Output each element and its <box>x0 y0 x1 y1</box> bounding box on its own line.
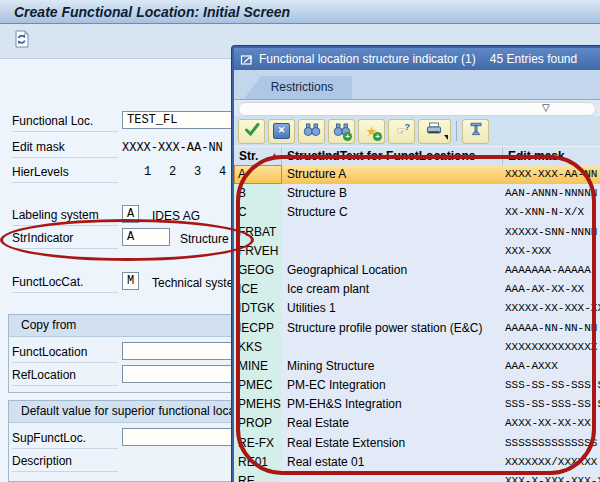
row-text[interactable]: PM-EC Integration <box>282 376 503 395</box>
row-code[interactable]: RE <box>234 472 282 482</box>
row-text[interactable]: Structure A <box>282 165 503 184</box>
sup-funct-loc-input[interactable] <box>122 428 232 446</box>
row-code[interactable]: PROP <box>234 414 282 433</box>
row-text[interactable]: Utilities 1 <box>282 299 503 318</box>
row-text[interactable] <box>282 472 503 482</box>
expand-dropdown-icon[interactable]: ▽ <box>542 100 550 115</box>
row-edit-mask[interactable]: AXXX-XX-XX-XX <box>503 414 600 433</box>
row-code[interactable]: B <box>234 184 282 203</box>
column-header-structindtext[interactable]: StructIndText for FunctLocations <box>282 147 503 165</box>
table-row[interactable]: KKSXXXXXXXXXXXXXX <box>234 338 600 357</box>
table-row[interactable]: RE-FXReal Estate ExtensionSSSSSSSSSSSSSS <box>234 434 600 453</box>
table-row[interactable]: ICEIce cream plantAAA-AX-XX-XX <box>234 280 600 299</box>
sup-funct-loc-label: SupFunctLoc. <box>12 431 118 449</box>
help-button[interactable]: ☞ ? <box>388 119 415 144</box>
str-indicator-label: StrIndicator <box>12 231 118 249</box>
description-label: Description <box>12 454 118 472</box>
row-edit-mask[interactable]: XXX-X-XXX-XXX-X <box>503 472 600 482</box>
row-edit-mask[interactable]: AAA-AX-XX-XX <box>503 280 600 299</box>
table-row[interactable]: FRVEHXXX-XXX <box>234 242 600 261</box>
print-button[interactable] <box>418 119 451 144</box>
dialog-titlebar[interactable]: Functional location structure indicator … <box>234 48 600 70</box>
row-edit-mask[interactable]: XXXXX-SNN-NNNN <box>503 223 600 242</box>
row-edit-mask[interactable]: AAAAA-NN-NN-NN <box>503 319 600 338</box>
row-text[interactable]: Ice cream plant <box>282 280 503 299</box>
row-edit-mask[interactable]: XXXXXXXXXXXXXX <box>503 338 600 357</box>
plus-badge-icon: + <box>373 132 382 141</box>
row-edit-mask[interactable]: XXXXX-XX-XXX-XX <box>503 299 600 318</box>
funct-location-input[interactable] <box>122 342 232 360</box>
table-row[interactable]: MINEMining StructureAAA-AXXX <box>234 357 600 376</box>
table-row[interactable]: CStructure CXX-XNN-N-X/X <box>234 203 600 222</box>
restrictions-collapsed-bar[interactable]: ▽ <box>234 100 600 116</box>
row-code[interactable]: IECPP <box>234 319 282 338</box>
add-to-personal-list-button[interactable]: ★ + <box>358 119 385 144</box>
row-text[interactable]: PM-EH&S Integration <box>282 395 503 414</box>
row-text[interactable]: Mining Structure <box>282 357 503 376</box>
row-text[interactable]: Real Estate <box>282 414 503 433</box>
dialog-tabstrip: Restrictions <box>234 70 600 100</box>
row-code[interactable]: ICE <box>234 280 282 299</box>
column-header-edit-mask[interactable]: Edit mask <box>503 147 600 165</box>
table-row[interactable]: RE01Real estate 01XXXXXXX/XXXXXX <box>234 453 600 472</box>
accept-button[interactable] <box>238 119 265 144</box>
str-indicator-input[interactable]: A <box>122 228 170 246</box>
funct-loc-cat-key-input[interactable]: M <box>122 272 139 290</box>
table-row[interactable]: IDTGKUtilities 1XXXXX-XX-XXX-XX <box>234 299 600 318</box>
default-superior-group-title: Default value for superior functional lo… <box>9 401 231 423</box>
funct-location-label: FunctLocation <box>12 345 118 363</box>
row-text[interactable]: Real Estate Extension <box>282 434 503 453</box>
table-row[interactable]: PMECPM-EC IntegrationSSS-SS-SS-SSS-S <box>234 376 600 395</box>
table-row[interactable]: PMEHSPM-EH&S IntegrationSSS-SS-SSS-SS-S <box>234 395 600 414</box>
table-row[interactable]: REXXX-X-XXX-XXX-X <box>234 472 600 482</box>
row-code[interactable]: RE01 <box>234 453 282 472</box>
row-code[interactable]: RE-FX <box>234 434 282 453</box>
row-code[interactable]: IDTGK <box>234 299 282 318</box>
tab-restrictions[interactable]: Restrictions <box>244 76 352 99</box>
row-edit-mask[interactable]: XXXXXXX/XXXXXX <box>503 453 600 472</box>
row-text[interactable]: Structure C <box>282 203 503 222</box>
row-code[interactable]: FRBAT <box>234 223 282 242</box>
cancel-button[interactable]: ✕ <box>268 119 295 144</box>
row-edit-mask[interactable]: AAA-AXXX <box>503 357 600 376</box>
row-code[interactable]: FRVEH <box>234 242 282 261</box>
table-row[interactable]: IECPPStructure profile power station (E&… <box>234 319 600 338</box>
row-code[interactable]: GEOG <box>234 261 282 280</box>
entries-found-text: 45 Entries found <box>490 52 577 66</box>
refresh-document-button[interactable] <box>10 29 34 53</box>
row-code[interactable]: A <box>234 165 282 184</box>
row-code[interactable]: PMEHS <box>234 395 282 414</box>
row-edit-mask[interactable]: XX-XNN-N-X/X <box>503 203 600 222</box>
row-edit-mask[interactable]: AAN-ANNN-NNNNN <box>503 184 600 203</box>
row-text[interactable]: Structure B <box>282 184 503 203</box>
pin-button[interactable] <box>462 119 489 144</box>
row-edit-mask[interactable]: SSS-SS-SS-SSS-S <box>503 376 600 395</box>
row-text[interactable]: Geographical Location <box>282 261 503 280</box>
row-code[interactable]: PMEC <box>234 376 282 395</box>
find-button[interactable] <box>298 119 325 144</box>
print-dropdown-caret[interactable] <box>444 135 448 140</box>
table-row[interactable]: FRBATXXXXX-SNN-NNNN <box>234 223 600 242</box>
row-text[interactable]: Real estate 01 <box>282 453 503 472</box>
column-header-str[interactable]: Str. ▲ <box>234 147 282 165</box>
table-row[interactable]: PROPReal EstateAXXX-XX-XX-XX <box>234 414 600 433</box>
table-row[interactable]: AStructure AXXXX-XXX-AA-NN <box>234 165 600 184</box>
table-row[interactable]: GEOGGeographical LocationAAAAAAA-AAAAA <box>234 261 600 280</box>
labeling-system-key-input[interactable]: A <box>122 205 139 223</box>
find-next-button[interactable]: + <box>328 119 355 144</box>
row-edit-mask[interactable]: XXX-XXX <box>503 242 600 261</box>
row-text[interactable]: Structure profile power station (E&C) <box>282 319 503 338</box>
row-edit-mask[interactable]: AAAAAAA-AAAAA <box>503 261 600 280</box>
ref-location-input[interactable] <box>122 365 232 383</box>
row-text[interactable] <box>282 242 503 261</box>
row-code[interactable]: C <box>234 203 282 222</box>
row-text[interactable] <box>282 223 503 242</box>
row-text[interactable] <box>282 338 503 357</box>
row-edit-mask[interactable]: XXXX-XXX-AA-NN <box>503 165 600 184</box>
row-code[interactable]: MINE <box>234 357 282 376</box>
table-row[interactable]: BStructure BAAN-ANNN-NNNNN <box>234 184 600 203</box>
functional-loc-input[interactable]: TEST_FL <box>122 111 242 129</box>
row-edit-mask[interactable]: SSSSSSSSSSSSSS <box>503 434 600 453</box>
row-code[interactable]: KKS <box>234 338 282 357</box>
row-edit-mask[interactable]: SSS-SS-SSS-SS-S <box>503 395 600 414</box>
